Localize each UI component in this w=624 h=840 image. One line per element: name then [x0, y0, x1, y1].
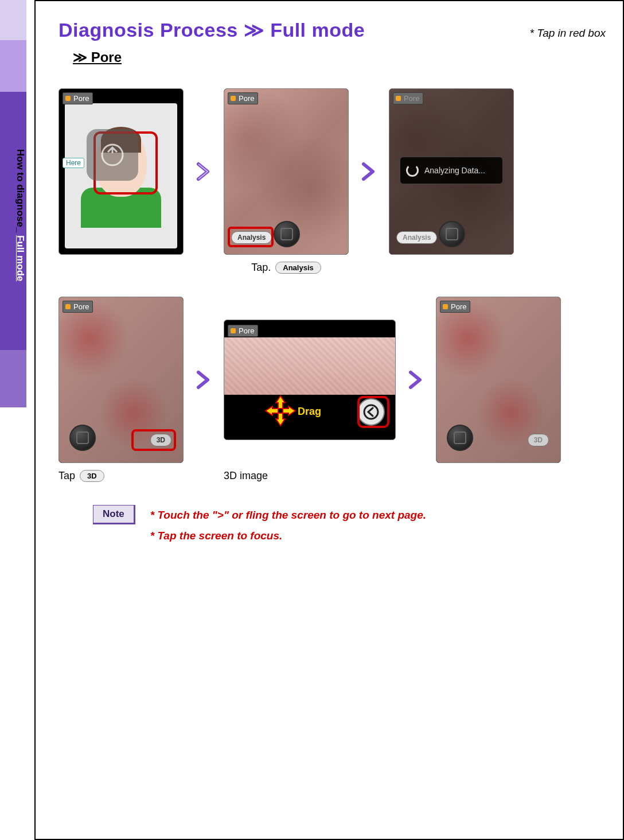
caption-tap-3d: Tap 3D	[58, 470, 184, 482]
side-accent-3	[0, 350, 26, 407]
red-highlight-box	[131, 429, 176, 451]
red-highlight-box	[228, 227, 274, 247]
chevron-right-icon	[406, 370, 426, 390]
page-title: Diagnosis Process ≫ Full mode	[58, 18, 365, 41]
caption-prefix: Tap	[58, 470, 75, 482]
note-badge: Note	[93, 505, 135, 524]
capture-button[interactable]	[447, 425, 473, 451]
analyzing-dialog: Analyzing Data...	[400, 157, 503, 184]
note-lines: * Touch the ">" or fling the screen to g…	[150, 505, 426, 546]
side-label-prefix: How to diagnose_	[15, 149, 26, 235]
side-accent-1	[0, 0, 26, 40]
note-section: Note * Touch the ">" or fling the screen…	[93, 505, 606, 546]
pore-tag: Pore	[228, 325, 258, 337]
chevron-right-icon	[359, 162, 379, 181]
pore-tag: Pore	[393, 92, 423, 104]
caption-pill-analysis: Analysis	[275, 262, 321, 274]
header-row: Diagnosis Process ≫ Full mode * Tap in r…	[58, 18, 606, 41]
step-2-screen[interactable]: Pore Analysis	[224, 88, 349, 255]
note-line-2: * Tap the screen to focus.	[150, 526, 426, 546]
drag-label: Drag	[298, 406, 321, 418]
analyzing-text: Analyzing Data...	[424, 166, 485, 175]
side-accent-2	[0, 40, 26, 92]
here-tag: Here	[63, 158, 84, 168]
step-6-screen[interactable]: Pore 3D	[436, 297, 561, 463]
tap-gesture-icon	[99, 142, 126, 168]
chevron-right-icon	[194, 370, 213, 390]
chevron-right-icon	[194, 162, 213, 181]
steps-row-1: Pore Here Pore Analysis Pore Analyzing D…	[58, 88, 606, 255]
note-line-1: * Touch the ">" or fling the screen to g…	[150, 505, 426, 526]
drag-arrows-icon[interactable]	[264, 395, 297, 429]
pore-tag: Pore	[63, 301, 93, 313]
step-3-screen[interactable]: Pore Analyzing Data... Analysis	[389, 88, 514, 255]
capture-button[interactable]	[69, 425, 96, 451]
page-frame: Diagnosis Process ≫ Full mode * Tap in r…	[34, 0, 624, 840]
capture-button	[439, 221, 465, 247]
pore-tag: Pore	[63, 92, 93, 104]
cheek-target-overlay[interactable]	[87, 129, 138, 181]
step-1-screen[interactable]: Pore Here	[58, 88, 184, 255]
side-strip: How to diagnose_ Full mode	[0, 0, 34, 840]
red-highlight-box	[357, 396, 389, 428]
caption-3d-image: 3D image	[224, 470, 396, 482]
hint-text: * Tap in red box	[530, 27, 606, 40]
caption-prefix: Tap.	[251, 262, 271, 274]
3d-button[interactable]: 3D	[528, 434, 549, 446]
caption-row-1: Tap. Analysis	[58, 262, 606, 274]
analysis-button-disabled: Analysis	[396, 231, 437, 244]
step-5-3d-screen[interactable]: Pore Drag	[224, 320, 396, 440]
steps-row-2: Pore 3D Pore Drag Pore 3D	[58, 297, 606, 463]
section-subheader: ≫ Pore	[73, 49, 606, 65]
caption-pill-3d: 3D	[80, 470, 104, 482]
pore-tag: Pore	[440, 301, 470, 313]
side-label-suffix: Full mode	[15, 235, 26, 281]
caption-row-2: Tap 3D 3D image	[58, 470, 606, 482]
pore-tag: Pore	[228, 92, 258, 104]
side-label: How to diagnose_ Full mode	[14, 115, 26, 316]
capture-button[interactable]	[274, 221, 300, 247]
caption-tap-analysis: Tap. Analysis	[224, 262, 349, 274]
step-4-screen[interactable]: Pore 3D	[58, 297, 184, 463]
spinner-icon	[406, 164, 419, 177]
3d-surface	[224, 337, 395, 395]
